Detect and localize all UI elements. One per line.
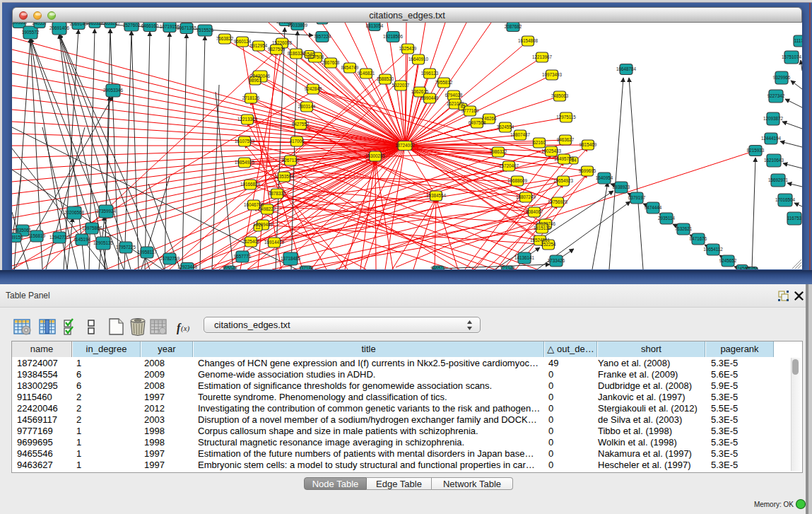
svg-text:7632621: 7632621 <box>675 226 693 231</box>
svg-text:9699695: 9699695 <box>579 168 596 173</box>
svg-text:8938923: 8938923 <box>613 185 630 189</box>
svg-text:137184: 137184 <box>298 266 314 269</box>
svg-text:5498222: 5498222 <box>259 206 276 211</box>
svg-text:1815132: 1815132 <box>534 226 551 230</box>
svg-text:9084067: 9084067 <box>526 209 543 214</box>
svg-text:8878332: 8878332 <box>269 191 286 196</box>
svg-text:1145194: 1145194 <box>73 237 91 242</box>
svg-text:20691406: 20691406 <box>49 25 70 30</box>
svg-text:8267130: 8267130 <box>282 158 300 163</box>
svg-text:16782759: 16782759 <box>160 256 180 261</box>
svg-text:13718485: 13718485 <box>281 256 301 261</box>
svg-text:746266: 746266 <box>481 116 497 121</box>
svg-text:9474444: 9474444 <box>645 205 662 210</box>
svg-text:2069140: 2069140 <box>70 23 88 26</box>
svg-text:1527602: 1527602 <box>123 23 141 28</box>
svg-text:15692971: 15692971 <box>768 177 789 182</box>
svg-text:9657771: 9657771 <box>234 254 252 259</box>
svg-text:12905135: 12905135 <box>93 240 114 245</box>
svg-text:2935114: 2935114 <box>658 216 676 221</box>
svg-text:9227342: 9227342 <box>767 93 785 98</box>
svg-text:15751074: 15751074 <box>782 54 802 59</box>
svg-text:(x): (x) <box>181 324 190 333</box>
svg-text:5322037: 5322037 <box>392 83 410 88</box>
svg-text:6497568: 6497568 <box>469 120 486 125</box>
svg-text:20206568: 20206568 <box>64 210 85 215</box>
svg-text:14136141: 14136141 <box>514 255 535 260</box>
svg-text:939159: 939159 <box>12 235 23 240</box>
svg-text:9463627: 9463627 <box>557 137 575 142</box>
svg-text:15300285: 15300285 <box>365 153 386 158</box>
svg-text:9827509: 9827509 <box>268 47 286 52</box>
svg-text:3624554: 3624554 <box>497 124 514 129</box>
svg-text:8427552: 8427552 <box>292 122 310 127</box>
svg-text:8471676: 8471676 <box>690 236 707 241</box>
svg-text:10807487: 10807487 <box>510 132 531 137</box>
svg-text:16033809: 16033809 <box>288 23 308 28</box>
svg-text:7857224: 7857224 <box>314 34 331 39</box>
svg-text:16914479: 16914479 <box>264 240 285 245</box>
svg-text:11170: 11170 <box>794 38 802 43</box>
svg-text:6466160: 6466160 <box>141 23 159 28</box>
svg-text:1588520: 1588520 <box>377 76 394 81</box>
svg-text:18807249: 18807249 <box>516 194 536 199</box>
svg-text:18724007: 18724007 <box>395 143 416 148</box>
svg-text:15720407: 15720407 <box>499 163 519 168</box>
svg-text:92456: 92456 <box>746 267 758 269</box>
svg-text:8186328: 8186328 <box>288 51 305 56</box>
svg-text:17016504: 17016504 <box>775 197 796 202</box>
svg-text:29053346: 29053346 <box>103 88 124 93</box>
svg-text:9835061: 9835061 <box>14 228 32 233</box>
svg-text:12213967: 12213967 <box>532 54 553 59</box>
svg-text:98961: 98961 <box>249 78 261 83</box>
svg-text:8215933: 8215933 <box>747 148 765 153</box>
svg-text:12093872: 12093872 <box>763 116 784 121</box>
svg-text:2867608: 2867608 <box>322 60 340 65</box>
svg-text:19854925: 19854925 <box>235 160 255 165</box>
svg-text:8912954: 8912954 <box>250 43 268 48</box>
svg-text:417006: 417006 <box>289 139 305 144</box>
svg-text:10025433: 10025433 <box>541 148 562 153</box>
svg-text:84: 84 <box>571 158 577 163</box>
svg-text:10688609: 10688609 <box>507 178 528 183</box>
svg-text:19384554: 19384554 <box>426 193 447 198</box>
svg-text:16640910: 16640910 <box>408 57 429 62</box>
svg-text:1903557: 1903557 <box>12 23 28 25</box>
svg-text:12213369: 12213369 <box>237 117 258 122</box>
svg-text:9242848: 9242848 <box>305 86 322 91</box>
svg-text:2718126: 2718126 <box>242 95 260 100</box>
svg-text:8990448: 8990448 <box>421 95 439 100</box>
svg-text:19654923: 19654923 <box>553 178 574 183</box>
svg-text:9660124: 9660124 <box>234 39 252 44</box>
svg-text:9815469: 9815469 <box>579 142 597 147</box>
svg-text:9777169: 9777169 <box>461 108 479 113</box>
svg-text:7515526: 7515526 <box>196 28 214 33</box>
svg-text:7955812: 7955812 <box>435 80 453 85</box>
svg-text:17957225: 17957225 <box>116 245 136 250</box>
svg-text:6794028: 6794028 <box>445 93 463 98</box>
svg-text:19756928: 19756928 <box>548 199 568 204</box>
svg-text:12: 12 <box>255 225 261 230</box>
svg-text:12444194: 12444194 <box>761 136 782 141</box>
svg-text:7625402: 7625402 <box>242 239 260 244</box>
svg-text:8454749: 8454749 <box>341 65 359 70</box>
svg-text:11353594: 11353594 <box>274 174 294 179</box>
svg-text:9245652: 9245652 <box>719 258 737 263</box>
svg-text:16154808: 16154808 <box>518 38 539 43</box>
svg-text:1362615: 1362615 <box>411 89 429 94</box>
svg-text:12923448: 12923448 <box>177 264 198 269</box>
svg-text:16107553: 16107553 <box>235 139 255 144</box>
svg-text:10975867: 10975867 <box>82 226 102 230</box>
svg-text:1096123: 1096123 <box>421 71 439 76</box>
svg-text:12942737: 12942737 <box>49 235 70 240</box>
svg-text:12975115: 12975115 <box>556 115 576 119</box>
svg-text:1325419: 1325419 <box>399 46 417 51</box>
svg-text:6379197: 6379197 <box>628 195 646 200</box>
svg-text:7663822: 7663822 <box>216 36 234 41</box>
svg-text:15226058: 15226058 <box>272 40 293 45</box>
svg-text:1546: 1546 <box>305 52 315 57</box>
svg-text:10654112: 10654112 <box>703 247 723 252</box>
svg-text:165043: 165043 <box>222 266 237 269</box>
svg-text:16210643: 16210643 <box>764 158 784 163</box>
svg-text:19166829: 19166829 <box>240 182 261 187</box>
